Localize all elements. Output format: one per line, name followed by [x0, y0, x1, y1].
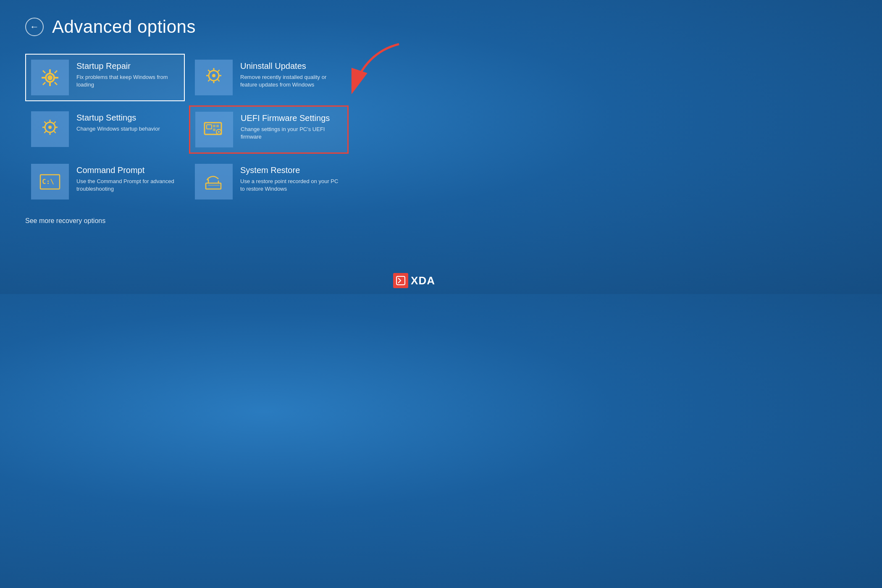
option-uefi-firmware[interactable]: UEFI Firmware Settings Change settings i…	[189, 105, 349, 154]
startup-repair-title: Startup Repair	[76, 61, 179, 71]
startup-settings-title: Startup Settings	[76, 113, 179, 123]
command-prompt-text: Command Prompt Use the Command Prompt fo…	[76, 164, 179, 193]
see-more-link[interactable]: See more recovery options	[25, 217, 416, 225]
uninstall-updates-desc: Remove recently installed quality or fea…	[240, 74, 343, 89]
system-restore-text: System Restore Use a restore point recor…	[240, 164, 343, 193]
svg-rect-7	[207, 125, 212, 129]
uninstall-updates-title: Uninstall Updates	[240, 61, 343, 71]
option-startup-repair[interactable]: Startup Repair Fix problems that keep Wi…	[25, 54, 185, 101]
system-restore-icon	[195, 164, 233, 200]
back-button[interactable]	[25, 18, 44, 36]
svg-rect-8	[213, 125, 215, 127]
svg-point-1	[47, 75, 52, 80]
svg-rect-16	[208, 185, 220, 186]
svg-point-3	[212, 74, 215, 77]
uefi-firmware-desc: Change settings in your PC's UEFI firmwa…	[241, 126, 342, 141]
system-restore-title: System Restore	[240, 165, 343, 175]
page-container: Advanced options St	[0, 0, 441, 242]
xda-text: XDA	[411, 274, 435, 287]
svg-text:C:\: C:\	[42, 178, 54, 186]
startup-settings-icon	[31, 111, 69, 147]
uninstall-updates-text: Uninstall Updates Remove recently instal…	[240, 60, 343, 89]
startup-repair-text: Startup Repair Fix problems that keep Wi…	[76, 60, 179, 89]
startup-settings-desc: Change Windows startup behavior	[76, 125, 179, 133]
option-command-prompt[interactable]: C:\ Command Prompt Use the Command Promp…	[25, 158, 185, 205]
system-restore-desc: Use a restore point recorded on your PC …	[240, 178, 343, 193]
svg-rect-10	[213, 129, 215, 131]
uefi-firmware-icon	[195, 112, 233, 147]
svg-rect-15	[206, 183, 221, 189]
page-title: Advanced options	[52, 17, 196, 37]
startup-settings-text: Startup Settings Change Windows startup …	[76, 111, 179, 133]
command-prompt-title: Command Prompt	[76, 165, 179, 175]
uefi-firmware-text: UEFI Firmware Settings Change settings i…	[241, 112, 342, 141]
uefi-firmware-title: UEFI Firmware Settings	[241, 113, 342, 123]
uninstall-updates-icon	[195, 60, 233, 95]
svg-rect-9	[216, 125, 219, 127]
header: Advanced options	[25, 17, 416, 37]
xda-watermark: XDA	[393, 273, 435, 288]
option-system-restore[interactable]: System Restore Use a restore point recor…	[189, 158, 349, 205]
startup-repair-icon	[31, 60, 69, 95]
svg-point-5	[48, 126, 52, 129]
option-startup-settings[interactable]: Startup Settings Change Windows startup …	[25, 105, 185, 154]
command-prompt-icon: C:\	[31, 164, 69, 200]
xda-logo	[393, 273, 408, 288]
options-grid: Startup Repair Fix problems that keep Wi…	[25, 54, 416, 205]
startup-repair-desc: Fix problems that keep Windows from load…	[76, 74, 179, 89]
command-prompt-desc: Use the Command Prompt for advanced trou…	[76, 178, 179, 193]
svg-point-12	[218, 131, 220, 133]
option-uninstall-updates[interactable]: Uninstall Updates Remove recently instal…	[189, 54, 349, 101]
